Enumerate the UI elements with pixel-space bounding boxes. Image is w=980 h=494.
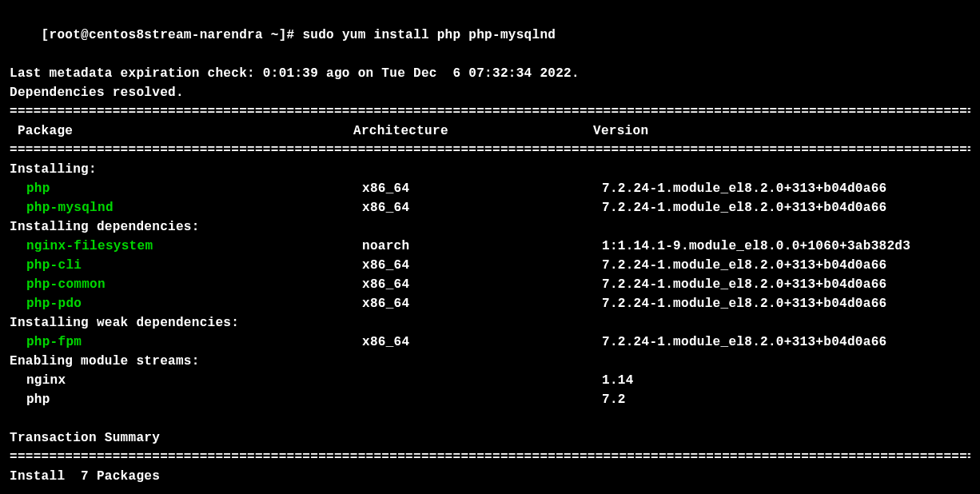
package-version: 7.2.24-1.module_el8.2.0+313+b04d0a66 xyxy=(602,333,970,352)
header-arch: Architecture xyxy=(353,122,593,141)
package-version: 7.2.24-1.module_el8.2.0+313+b04d0a66 xyxy=(602,179,970,198)
stream-version: 7.2 xyxy=(602,390,970,409)
package-row: php-common x86_64 7.2.24-1.module_el8.2.… xyxy=(10,275,970,294)
table-header: Package Architecture Version xyxy=(10,122,970,141)
package-row: php x86_64 7.2.24-1.module_el8.2.0+313+b… xyxy=(10,179,970,198)
package-arch: noarch xyxy=(362,237,602,256)
header-package: Package xyxy=(10,122,353,141)
package-name: php-mysqlnd xyxy=(18,198,362,217)
package-name: nginx-filesystem xyxy=(18,237,362,256)
package-arch: x86_64 xyxy=(362,275,602,294)
section-installing-deps: Installing dependencies: xyxy=(10,217,970,237)
transaction-summary-label: Transaction Summary xyxy=(10,428,970,448)
package-arch: x86_64 xyxy=(362,333,602,352)
stream-name: nginx xyxy=(18,371,362,390)
stream-arch-blank xyxy=(362,390,602,409)
section-enabling-streams: Enabling module streams: xyxy=(10,352,970,371)
package-arch: x86_64 xyxy=(362,256,602,275)
package-row: php-mysqlnd x86_64 7.2.24-1.module_el8.2… xyxy=(10,198,970,217)
stream-row: nginx 1.14 xyxy=(10,371,970,390)
install-count: Install 7 Packages xyxy=(10,467,970,486)
package-name: php-common xyxy=(18,275,362,294)
package-row: php-pdo x86_64 7.2.24-1.module_el8.2.0+3… xyxy=(10,294,970,313)
deps-resolved-line: Dependencies resolved. xyxy=(10,83,970,102)
blank-line xyxy=(10,486,970,494)
prompt-line: [root@centos8stream-narendra ~]# sudo yu… xyxy=(10,6,970,64)
terminal-output: [root@centos8stream-narendra ~]# sudo yu… xyxy=(10,6,970,494)
package-version: 7.2.24-1.module_el8.2.0+313+b04d0a66 xyxy=(602,256,970,275)
divider-header: ========================================… xyxy=(10,141,970,160)
package-arch: x86_64 xyxy=(362,198,602,217)
package-arch: x86_64 xyxy=(362,294,602,313)
package-name: php-pdo xyxy=(18,294,362,313)
header-version: Version xyxy=(593,122,970,141)
shell-prompt: [root@centos8stream-narendra ~]# xyxy=(42,28,303,42)
section-installing: Installing: xyxy=(10,160,970,179)
command-text: sudo yum install php php-mysqlnd xyxy=(302,28,556,42)
package-name: php-fpm xyxy=(18,333,362,352)
package-name: php xyxy=(18,179,362,198)
stream-name: php xyxy=(18,390,362,409)
stream-row: php 7.2 xyxy=(10,390,970,409)
package-version: 7.2.24-1.module_el8.2.0+313+b04d0a66 xyxy=(602,275,970,294)
section-installing-weak: Installing weak dependencies: xyxy=(10,313,970,333)
package-row: php-cli x86_64 7.2.24-1.module_el8.2.0+3… xyxy=(10,256,970,275)
package-version: 7.2.24-1.module_el8.2.0+313+b04d0a66 xyxy=(602,198,970,217)
divider-top: ========================================… xyxy=(10,102,970,122)
package-name: php-cli xyxy=(18,256,362,275)
package-row: nginx-filesystem noarch 1:1.14.1-9.modul… xyxy=(10,237,970,256)
blank-line xyxy=(10,409,970,428)
divider-summary: ========================================… xyxy=(10,448,970,467)
package-row: php-fpm x86_64 7.2.24-1.module_el8.2.0+3… xyxy=(10,333,970,352)
package-arch: x86_64 xyxy=(362,179,602,198)
metadata-line: Last metadata expiration check: 0:01:39 … xyxy=(10,64,970,83)
package-version: 1:1.14.1-9.module_el8.0.0+1060+3ab382d3 xyxy=(602,237,970,256)
stream-version: 1.14 xyxy=(602,371,970,390)
package-version: 7.2.24-1.module_el8.2.0+313+b04d0a66 xyxy=(602,294,970,313)
stream-arch-blank xyxy=(362,371,602,390)
